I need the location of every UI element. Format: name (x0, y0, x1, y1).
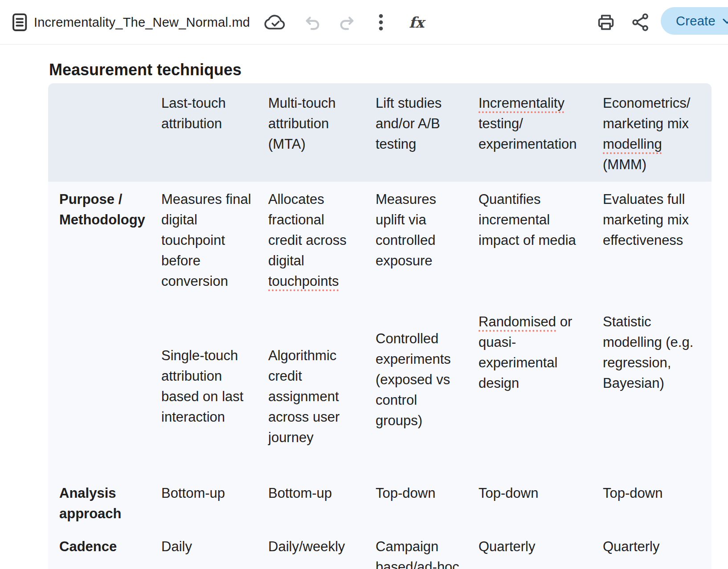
undo-button[interactable] (303, 13, 322, 32)
page-title: Measurement techniques (49, 61, 241, 79)
row-header-analysis: Analysis approach (48, 476, 150, 529)
table-row-purpose: Purpose / Methodology Measures final dig… (48, 182, 712, 476)
misspelled-word: modelling (603, 136, 662, 152)
table-row-cadence: Cadence Daily Daily/weekly Campaign base… (48, 529, 712, 569)
table-cell: Quarterly (592, 529, 712, 569)
table-row-analysis: Analysis approach Bottom-up Bottom-up To… (48, 476, 712, 529)
column-header-incrementality: Incrementality testing/ experimentation (467, 83, 592, 182)
row-header-purpose: Purpose / Methodology (48, 182, 150, 476)
markdown-document-icon (11, 12, 29, 33)
more-options-button[interactable] (378, 12, 384, 32)
column-header-mmm: Econometrics/ marketing mix modelling (M… (592, 83, 712, 182)
redo-arrow-icon (338, 13, 356, 32)
misspelled-word: Incrementality (479, 95, 564, 111)
table-cell: Evaluates full marketing mix effectivene… (592, 182, 712, 476)
chevron-down-icon (721, 15, 728, 27)
misspelled-word: Randomised (479, 314, 556, 329)
share-nodes-icon (631, 12, 650, 32)
create-button-label: Create (676, 14, 716, 28)
column-header-lift-studies: Lift studies and/or A/B testing (364, 83, 467, 182)
table-cell: Top-down (592, 476, 712, 529)
toolbar: Incrementality_The_New_Normal.md fx (0, 0, 728, 45)
table-cell: Campaign based/ad-hoc (364, 529, 467, 569)
redo-button[interactable] (338, 13, 356, 32)
row-header-cadence: Cadence (48, 529, 150, 569)
print-button[interactable] (596, 12, 616, 32)
misspelled-word: touchpoints (268, 273, 339, 289)
table-cell: Quarterly (467, 529, 592, 569)
table-cell: Measures uplift via controlled exposureC… (364, 182, 467, 476)
table-cell: Daily/weekly (257, 529, 364, 569)
table-cell: Bottom-up (257, 476, 364, 529)
printer-icon (596, 12, 616, 32)
table-cell: Top-down (467, 476, 592, 529)
column-header-mta: Multi-touch attribution (MTA) (257, 83, 364, 182)
table-cell: Allocates fractional credit across digit… (257, 182, 364, 476)
table-cell: Bottom-up (150, 476, 257, 529)
table-cell: Quantifies incremental impact of mediaRa… (467, 182, 592, 476)
share-button[interactable] (631, 12, 650, 32)
measurement-techniques-table: Last-touch attribution Multi-touch attri… (48, 83, 712, 569)
table-body: Purpose / Methodology Measures final dig… (48, 182, 712, 569)
create-button[interactable]: Create (661, 7, 728, 35)
column-header-empty (48, 83, 150, 182)
table-cell: Measures final digital touchpoint before… (150, 182, 257, 476)
kebab-menu-icon (378, 12, 384, 32)
table-cell: Top-down (364, 476, 467, 529)
column-header-last-touch: Last-touch attribution (150, 83, 257, 182)
filename-label: Incrementality_The_New_Normal.md (34, 15, 250, 29)
cloud-check-icon (264, 14, 286, 31)
undo-arrow-icon (303, 13, 322, 32)
table-header-row: Last-touch attribution Multi-touch attri… (48, 83, 712, 182)
table-cell: Daily (150, 529, 257, 569)
fx-icon[interactable]: fx (409, 13, 424, 31)
